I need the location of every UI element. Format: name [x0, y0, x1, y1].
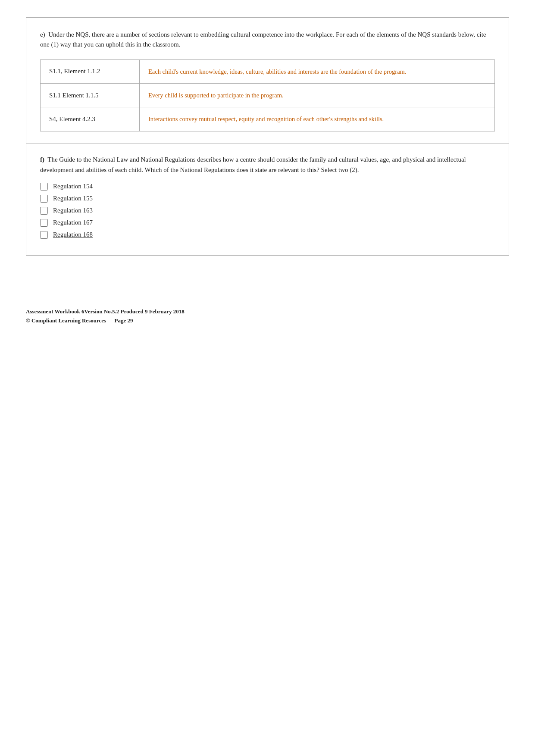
checkbox-item: Regulation 163 — [40, 207, 495, 215]
section-f-container: f) The Guide to the National Law and Nat… — [26, 144, 509, 256]
section-f-label: f) — [40, 156, 44, 163]
section-f-text: f) The Guide to the National Law and Nat… — [40, 154, 495, 175]
section-e-text: e) Under the NQS, there are a number of … — [40, 30, 495, 50]
checkbox-item: Regulation 167 — [40, 219, 495, 227]
regulation-checkbox-reg155[interactable] — [40, 195, 48, 203]
section-f-body: The Guide to the National Law and Nation… — [40, 156, 466, 173]
checkbox-list: Regulation 154Regulation 155Regulation 1… — [40, 183, 495, 239]
footer-line1: Assessment Workbook 6Version No.5.2 Prod… — [26, 307, 509, 316]
table-row: S1.1 Element 1.1.5Every child is support… — [41, 83, 495, 107]
footer-line2: © Compliant Learning Resources Page 29 — [26, 316, 509, 325]
regulation-checkbox-reg167[interactable] — [40, 219, 48, 227]
regulation-label-reg163[interactable]: Regulation 163 — [53, 207, 93, 214]
regulation-label-reg154[interactable]: Regulation 154 — [53, 183, 93, 190]
section-e-container: e) Under the NQS, there are a number of … — [26, 17, 509, 144]
checkbox-item: Regulation 168 — [40, 231, 495, 239]
regulation-label-reg155[interactable]: Regulation 155 — [53, 195, 93, 202]
page-footer: Assessment Workbook 6Version No.5.2 Prod… — [26, 307, 509, 325]
checkbox-item: Regulation 155 — [40, 195, 495, 203]
element-description: Interactions convey mutual respect, equi… — [140, 107, 495, 131]
table-row: S4, Element 4.2.3Interactions convey mut… — [41, 107, 495, 131]
element-description: Each child's current knowledge, ideas, c… — [140, 59, 495, 83]
table-row: S1.1, Element 1.1.2Each child's current … — [41, 59, 495, 83]
regulation-checkbox-reg154[interactable] — [40, 183, 48, 191]
checkbox-item: Regulation 154 — [40, 183, 495, 191]
regulation-label-reg168[interactable]: Regulation 168 — [53, 231, 93, 238]
nqs-table: S1.1, Element 1.1.2Each child's current … — [40, 59, 495, 131]
element-description: Every child is supported to participate … — [140, 83, 495, 107]
regulation-label-reg167[interactable]: Regulation 167 — [53, 219, 93, 226]
section-e-label: e) — [40, 31, 45, 38]
regulation-checkbox-reg168[interactable] — [40, 231, 48, 239]
element-label: S1.1 Element 1.1.5 — [41, 83, 140, 107]
element-label: S4, Element 4.2.3 — [41, 107, 140, 131]
regulation-checkbox-reg163[interactable] — [40, 207, 48, 215]
element-label: S1.1, Element 1.1.2 — [41, 59, 140, 83]
section-e-body: Under the NQS, there are a number of sec… — [40, 31, 486, 48]
